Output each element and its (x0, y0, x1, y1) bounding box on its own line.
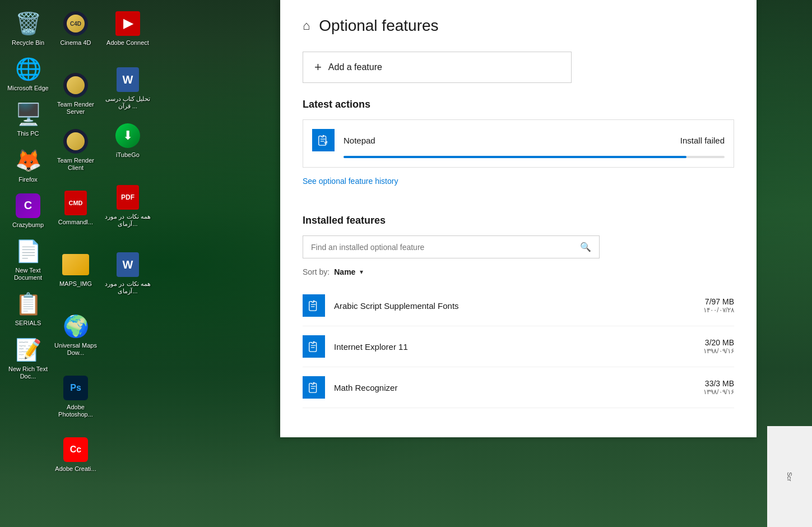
icon-label-firefox: Firefox (18, 176, 38, 183)
ie11-date: ۱۳۹۸/۰۹/۱۶ (703, 347, 734, 355)
desktop-icon-word-doc2[interactable]: W همه نکات در مورد آزمای... (103, 247, 153, 299)
icon-label-edge: Microsoft Edge (7, 85, 48, 92)
math-recognizer-icon-box (303, 376, 325, 399)
icon-label-team-render-server: Team Render Server (53, 101, 99, 115)
desktop-icon-team-render-client[interactable]: Team Render Client (50, 123, 101, 176)
desktop-icon-this-pc[interactable]: 🖥️ This PC (3, 96, 53, 142)
desktop-icon-commandline[interactable]: CMD Commandl... (50, 185, 101, 230)
desktop-icon-adobe-creative[interactable]: Cc Adobe Creati... (50, 432, 101, 477)
icon-label-word-doc2: همه نکات در مورد آزمای... (105, 280, 151, 295)
math-recognizer-icon (308, 381, 320, 394)
ie11-icon-box (303, 335, 325, 358)
desktop-icon-cinema4d[interactable]: C4D Cinema 4D (50, 6, 101, 51)
desktop-icon-pdf-doc[interactable]: PDF همه نکات در مورد آزمای... (103, 179, 153, 232)
desktop-icon-recycle-bin[interactable]: 🗑️ Recycle Bin (3, 6, 53, 51)
sort-by-value[interactable]: Name (334, 267, 355, 276)
desktop-icon-adobe-connect[interactable]: ▶ Adobe Connect (103, 6, 153, 51)
add-feature-label: Add a feature (328, 62, 382, 72)
install-failed-label: Install failed (680, 136, 725, 145)
desktop-icon-word-doc1[interactable]: W تحلیل کتاب درسی قرآن ... (103, 62, 153, 114)
arabic-fonts-size: 7/97 MB (703, 297, 734, 306)
search-box[interactable]: 🔍 (303, 235, 600, 258)
installed-features-title: Installed features (303, 215, 734, 226)
desktop-icon-crazybump[interactable]: C Crazybump (3, 188, 53, 233)
ie11-size: 3/20 MB (703, 338, 734, 347)
notepad-icon (317, 134, 330, 146)
desktop-icon-edge[interactable]: 🌐 Microsoft Edge (3, 51, 53, 96)
feature-item-math-recognizer[interactable]: Math Recognizer 33/3 MB ۱۳۹۸/۰۹/۱۶ (303, 367, 734, 408)
icon-label-crazybump: Crazybump (12, 221, 44, 229)
installed-features-section: Installed features 🔍 Sort by: Name ▾ Ara… (303, 215, 734, 408)
panel-header: ⌂ Optional features (303, 17, 734, 35)
settings-panel: ⌂ Optional features + Add a feature Late… (280, 0, 757, 437)
feature-item-ie11[interactable]: Internet Explorer 11 3/20 MB ۱۳۹۸/۰۹/۱۶ (303, 326, 734, 367)
math-recognizer-name: Math Recognizer (334, 383, 694, 392)
icon-label-serials: SERIALS (15, 320, 41, 327)
icon-label-this-pc: This PC (17, 130, 39, 137)
latest-actions-title: Latest actions (303, 99, 734, 110)
icon-label-recycle-bin: Recycle Bin (12, 39, 44, 47)
arabic-fonts-icon (308, 299, 320, 312)
plus-icon: + (314, 60, 322, 75)
icon-label-team-render-client: Team Render Client (53, 157, 99, 172)
notepad-action-name: Notepad (344, 136, 671, 145)
icon-label-commandline: Commandl... (58, 219, 93, 226)
notepad-action-item[interactable]: Notepad Install failed (303, 119, 734, 168)
search-icon: 🔍 (580, 242, 591, 252)
desktop-icon-adobe-photoshop[interactable]: Ps Adobe Photoshop... (50, 370, 101, 423)
icon-label-word-doc1: تحلیل کتاب درسی قرآن ... (105, 95, 151, 110)
icon-label-maps-img: MAPS_IMG (59, 280, 92, 288)
latest-actions-section: Latest actions Notepad Install failed (303, 99, 734, 201)
icon-label-pdf-doc: همه نکات در مورد آزمای... (105, 213, 151, 228)
see-history-link[interactable]: See optional feature history (303, 177, 398, 186)
desktop-icon-itubeGo[interactable]: ⬇ iTubeGo (103, 118, 153, 163)
ie11-name: Internet Explorer 11 (334, 342, 694, 352)
scroll-panel: Scr (767, 426, 812, 527)
desktop-icon-maps-img[interactable]: MAPS_IMG (50, 247, 101, 292)
desktop-icon-firefox[interactable]: 🦊 Firefox (3, 142, 53, 188)
icon-label-universal-maps: Universal Maps Dow... (53, 342, 99, 357)
icon-label-cinema4d: Cinema 4D (60, 39, 91, 47)
icon-label-new-text: New Text Document (5, 267, 51, 281)
arabic-fonts-icon-box (303, 294, 325, 317)
feature-item-arabic-fonts[interactable]: Arabic Script Supplemental Fonts 7/97 MB… (303, 285, 734, 326)
sort-by-label: Sort by: (303, 267, 330, 276)
notepad-icon-box (312, 129, 335, 151)
icon-label-adobe-creative: Adobe Creati... (55, 465, 96, 473)
progress-bar-fill (344, 156, 686, 158)
search-input[interactable] (311, 243, 580, 252)
desktop-icon-new-text[interactable]: 📄 New Text Document (3, 233, 53, 286)
chevron-down-icon: ▾ (360, 268, 363, 276)
progress-bar-container (344, 156, 725, 158)
desktop-icons-area: 🗑️ Recycle Bin 🌐 Microsoft Edge 🖥️ This … (0, 0, 163, 527)
icon-label-adobe-connect: Adobe Connect (106, 39, 149, 47)
icon-label-new-rich-text: New Rich Text Doc... (5, 366, 51, 380)
icon-label-itubeGo: iTubeGo (116, 151, 140, 159)
add-feature-button[interactable]: + Add a feature (303, 52, 572, 83)
home-icon[interactable]: ⌂ (303, 19, 310, 33)
arabic-fonts-date: ۱۴۰۰/۰۷/۲۸ (703, 306, 734, 314)
sort-row: Sort by: Name ▾ (303, 267, 734, 276)
desktop-icon-universal-maps[interactable]: 🌍 Universal Maps Dow... (50, 308, 101, 361)
desktop-icon-new-rich-text[interactable]: 📝 New Rich Text Doc... (3, 332, 53, 385)
desktop-icon-team-render-server[interactable]: Team Render Server (50, 67, 101, 120)
scroll-label: Scr (786, 472, 793, 482)
page-title: Optional features (319, 17, 438, 35)
math-recognizer-size: 33/3 MB (703, 379, 734, 388)
desktop-icon-serials[interactable]: 📋 SERIALS (3, 286, 53, 331)
icon-label-adobe-photoshop: Adobe Photoshop... (53, 404, 99, 418)
ie11-icon (308, 340, 320, 353)
arabic-fonts-name: Arabic Script Supplemental Fonts (334, 301, 694, 311)
math-recognizer-date: ۱۳۹۸/۰۹/۱۶ (703, 388, 734, 396)
